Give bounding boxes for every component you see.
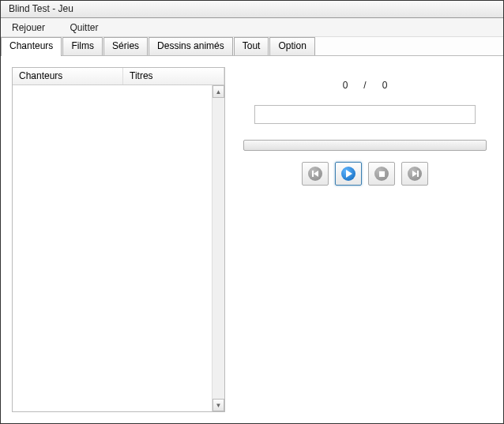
play-button[interactable] <box>335 162 362 186</box>
play-icon <box>341 167 355 181</box>
previous-button[interactable] <box>302 162 329 186</box>
tab-tout[interactable]: Tout <box>234 37 269 55</box>
right-pane: 0 / 0 <box>238 67 492 412</box>
progress-bar[interactable] <box>243 140 487 151</box>
tab-series[interactable]: Séries <box>103 37 148 55</box>
next-icon <box>408 167 422 181</box>
menu-replay[interactable]: Rejouer <box>1 20 56 36</box>
app-window: Blind Test - Jeu Rejouer Quitter Chanteu… <box>0 0 504 424</box>
tab-content: Chanteurs Titres ▲ ▼ 0 / 0 <box>1 56 503 423</box>
next-button[interactable] <box>401 162 428 186</box>
stop-icon <box>374 167 389 181</box>
titlebar: Blind Test - Jeu <box>1 1 503 18</box>
score-current: 0 <box>343 80 348 91</box>
playback-controls <box>302 162 428 186</box>
tab-option[interactable]: Option <box>269 37 314 55</box>
left-pane: Chanteurs Titres ▲ ▼ <box>12 67 225 412</box>
song-listview[interactable]: Chanteurs Titres ▲ ▼ <box>12 67 225 412</box>
score-display: 0 / 0 <box>343 80 388 91</box>
menubar: Rejouer Quitter <box>1 18 503 37</box>
stop-button[interactable] <box>368 162 395 186</box>
tab-chanteurs[interactable]: Chanteurs <box>1 37 62 56</box>
tab-dessins-animes[interactable]: Dessins animés <box>149 37 233 55</box>
listview-body[interactable]: ▲ ▼ <box>13 85 224 411</box>
menu-quit[interactable]: Quitter <box>58 20 109 36</box>
score-separator: / <box>363 80 366 91</box>
tabs-row: Chanteurs Films Séries Dessins animés To… <box>1 37 503 56</box>
tab-films[interactable]: Films <box>62 37 103 55</box>
scroll-up-button[interactable]: ▲ <box>213 85 224 98</box>
column-header-titres[interactable]: Titres <box>123 68 224 84</box>
answer-input[interactable] <box>254 105 476 124</box>
scroll-down-button[interactable]: ▼ <box>213 399 224 411</box>
previous-icon <box>308 167 322 181</box>
scrollbar[interactable]: ▲ ▼ <box>212 85 224 411</box>
column-header-chanteurs[interactable]: Chanteurs <box>13 68 123 84</box>
window-title: Blind Test - Jeu <box>9 3 73 14</box>
score-total: 0 <box>382 80 388 91</box>
listview-header: Chanteurs Titres <box>13 68 224 85</box>
